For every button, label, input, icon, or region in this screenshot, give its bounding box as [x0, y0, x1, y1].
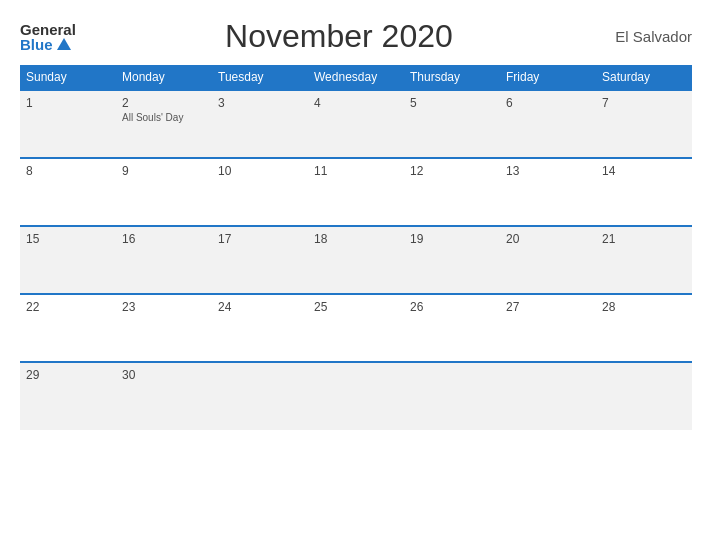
- country-label: El Salvador: [602, 28, 692, 45]
- calendar-cell: 4: [308, 90, 404, 158]
- col-header-wednesday: Wednesday: [308, 65, 404, 90]
- calendar-cell: 12: [404, 158, 500, 226]
- day-number: 28: [602, 300, 686, 314]
- day-number: 10: [218, 164, 302, 178]
- calendar-cell: 20: [500, 226, 596, 294]
- day-number: 15: [26, 232, 110, 246]
- calendar-cell: 13: [500, 158, 596, 226]
- logo: General Blue: [20, 22, 76, 52]
- calendar-cell: [596, 362, 692, 430]
- calendar-cell: [308, 362, 404, 430]
- calendar-cell: 21: [596, 226, 692, 294]
- calendar-cell: [500, 362, 596, 430]
- day-number: 20: [506, 232, 590, 246]
- col-header-sunday: Sunday: [20, 65, 116, 90]
- day-number: 1: [26, 96, 110, 110]
- calendar-header-row: Sunday Monday Tuesday Wednesday Thursday…: [20, 65, 692, 90]
- calendar-cell: 26: [404, 294, 500, 362]
- col-header-tuesday: Tuesday: [212, 65, 308, 90]
- calendar-cell: 17: [212, 226, 308, 294]
- day-number: 29: [26, 368, 110, 382]
- calendar-week-row: 15161718192021: [20, 226, 692, 294]
- calendar-cell: 5: [404, 90, 500, 158]
- day-number: 6: [506, 96, 590, 110]
- day-number: 24: [218, 300, 302, 314]
- calendar-title: November 2020: [76, 18, 602, 55]
- day-number: 11: [314, 164, 398, 178]
- calendar-cell: 28: [596, 294, 692, 362]
- calendar-cell: 11: [308, 158, 404, 226]
- col-header-thursday: Thursday: [404, 65, 500, 90]
- col-header-friday: Friday: [500, 65, 596, 90]
- logo-blue-text: Blue: [20, 37, 53, 52]
- calendar-cell: 1: [20, 90, 116, 158]
- day-number: 13: [506, 164, 590, 178]
- day-number: 3: [218, 96, 302, 110]
- calendar-cell: 14: [596, 158, 692, 226]
- header: General Blue November 2020 El Salvador: [20, 18, 692, 55]
- day-number: 16: [122, 232, 206, 246]
- day-number: 22: [26, 300, 110, 314]
- calendar-cell: 16: [116, 226, 212, 294]
- calendar-week-row: 22232425262728: [20, 294, 692, 362]
- day-number: 4: [314, 96, 398, 110]
- day-number: 21: [602, 232, 686, 246]
- col-header-monday: Monday: [116, 65, 212, 90]
- calendar-cell: 19: [404, 226, 500, 294]
- calendar-cell: 29: [20, 362, 116, 430]
- calendar-week-row: 2930: [20, 362, 692, 430]
- logo-blue-row: Blue: [20, 37, 76, 52]
- day-number: 30: [122, 368, 206, 382]
- calendar-cell: 7: [596, 90, 692, 158]
- calendar-cell: 30: [116, 362, 212, 430]
- calendar-cell: 2All Souls' Day: [116, 90, 212, 158]
- calendar-event: All Souls' Day: [122, 112, 206, 123]
- day-number: 9: [122, 164, 206, 178]
- calendar-cell: [212, 362, 308, 430]
- day-number: 27: [506, 300, 590, 314]
- calendar-week-row: 891011121314: [20, 158, 692, 226]
- calendar-cell: 10: [212, 158, 308, 226]
- calendar-cell: 24: [212, 294, 308, 362]
- logo-triangle-icon: [57, 38, 71, 50]
- day-number: 18: [314, 232, 398, 246]
- calendar-page: General Blue November 2020 El Salvador S…: [0, 0, 712, 550]
- calendar-cell: [404, 362, 500, 430]
- day-number: 14: [602, 164, 686, 178]
- day-number: 12: [410, 164, 494, 178]
- day-number: 17: [218, 232, 302, 246]
- day-number: 2: [122, 96, 206, 110]
- day-number: 23: [122, 300, 206, 314]
- day-number: 8: [26, 164, 110, 178]
- calendar-cell: 22: [20, 294, 116, 362]
- day-number: 25: [314, 300, 398, 314]
- day-number: 5: [410, 96, 494, 110]
- calendar-cell: 27: [500, 294, 596, 362]
- calendar-week-row: 12All Souls' Day34567: [20, 90, 692, 158]
- calendar-cell: 15: [20, 226, 116, 294]
- calendar-cell: 3: [212, 90, 308, 158]
- day-number: 7: [602, 96, 686, 110]
- calendar-cell: 18: [308, 226, 404, 294]
- calendar-cell: 8: [20, 158, 116, 226]
- day-number: 26: [410, 300, 494, 314]
- calendar-cell: 9: [116, 158, 212, 226]
- calendar-cell: 25: [308, 294, 404, 362]
- calendar-cell: 23: [116, 294, 212, 362]
- logo-general-text: General: [20, 22, 76, 37]
- calendar-cell: 6: [500, 90, 596, 158]
- calendar-table: Sunday Monday Tuesday Wednesday Thursday…: [20, 65, 692, 430]
- day-number: 19: [410, 232, 494, 246]
- col-header-saturday: Saturday: [596, 65, 692, 90]
